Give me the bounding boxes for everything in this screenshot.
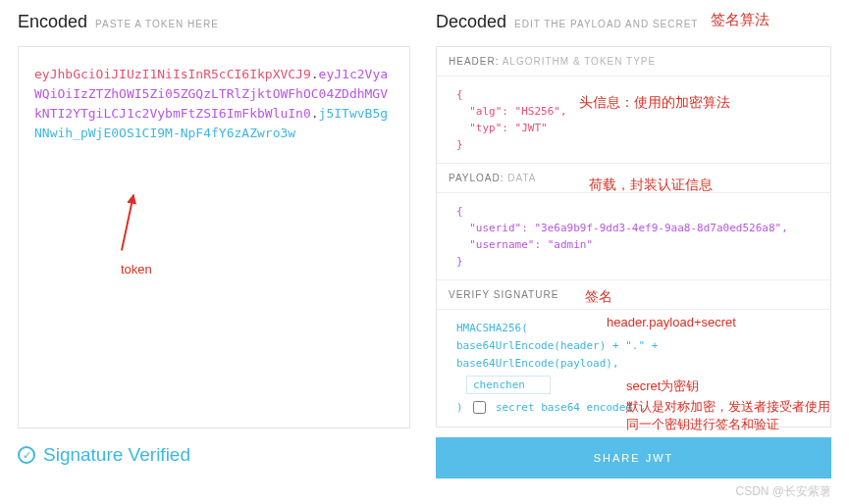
token-dot: . bbox=[311, 106, 319, 121]
annotation-token: token bbox=[121, 261, 152, 278]
watermark: CSDN @长安紫薯 bbox=[735, 483, 831, 500]
token-header-part: eyJhbGciOiJIUzI1NiIsInR5cCI6IkpXVCJ9 bbox=[34, 67, 311, 81]
sig-line: base64UrlEncode(header) + "." + bbox=[456, 337, 817, 355]
decoded-panel: HEADER: ALGORITHM & TOKEN TYPE { "alg": … bbox=[436, 46, 831, 428]
secret-base64-checkbox[interactable] bbox=[473, 401, 486, 414]
decoded-title: Decoded EDIT THE PAYLOAD AND SECRET bbox=[436, 12, 831, 32]
payload-sublabel: DATA bbox=[507, 173, 536, 183]
check-circle-icon: ✓ bbox=[18, 446, 35, 464]
signature-formula: HMACSHA256( base64UrlEncode(header) + ".… bbox=[437, 310, 830, 427]
secret-checkbox-label: secret base64 encoded bbox=[496, 401, 632, 414]
sig-close-paren: ) bbox=[456, 401, 469, 414]
secret-input[interactable] bbox=[466, 376, 551, 394]
encoded-heading: Encoded bbox=[18, 12, 87, 32]
verify-signature-label: VERIFY SIGNATURE bbox=[437, 280, 830, 310]
header-label: HEADER: bbox=[449, 56, 503, 67]
arrow-icon bbox=[121, 194, 134, 250]
decoded-heading: Decoded bbox=[436, 12, 506, 32]
payload-json[interactable]: { "userid": "3e6a9b9f-9dd3-4ef9-9aa8-8d7… bbox=[437, 193, 830, 280]
signature-verified-text: Signature Verified bbox=[43, 444, 190, 466]
decoded-subtitle: EDIT THE PAYLOAD AND SECRET bbox=[514, 19, 698, 29]
encoded-subtitle: PASTE A TOKEN HERE bbox=[95, 19, 219, 29]
header-json[interactable]: { "alg": "HS256", "typ": "JWT" } bbox=[437, 76, 830, 164]
token-dot: . bbox=[311, 67, 319, 81]
header-sublabel: ALGORITHM & TOKEN TYPE bbox=[503, 56, 656, 67]
sig-line: base64UrlEncode(payload), bbox=[456, 355, 817, 373]
payload-label: PAYLOAD: bbox=[449, 173, 507, 183]
sig-line: HMACSHA256( bbox=[456, 320, 817, 337]
payload-section-label: PAYLOAD: DATA bbox=[437, 164, 830, 193]
encoded-token-box[interactable]: eyJhbGciOiJIUzI1NiIsInR5cCI6IkpXVCJ9.eyJ… bbox=[18, 46, 410, 428]
sig-close-line: ) secret base64 encoded bbox=[456, 398, 817, 417]
share-jwt-button[interactable]: SHARE JWT bbox=[436, 437, 831, 479]
header-section-label: HEADER: ALGORITHM & TOKEN TYPE bbox=[437, 47, 830, 76]
signature-verified-status: ✓ Signature Verified bbox=[18, 444, 410, 466]
encoded-title: Encoded PASTE A TOKEN HERE bbox=[18, 12, 410, 32]
